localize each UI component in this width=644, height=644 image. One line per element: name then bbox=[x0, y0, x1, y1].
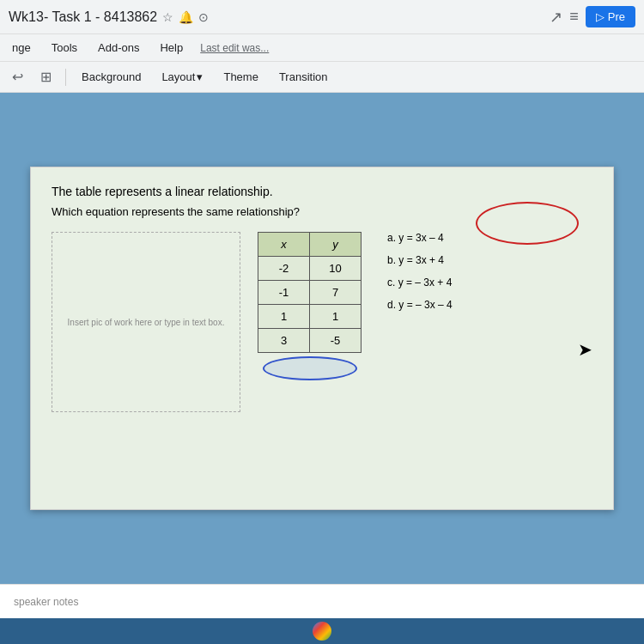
cell-x-1: -2 bbox=[258, 257, 310, 281]
answers-area: a. y = 3x – 4 b. y = 3x + 4 c. y = – 3x … bbox=[387, 232, 453, 311]
notes-icon[interactable]: ≡ bbox=[569, 8, 579, 26]
data-table: x y -2 10 -1 7 bbox=[258, 232, 361, 353]
answer-a: a. y = 3x – 4 bbox=[387, 232, 453, 244]
toolbar-divider bbox=[65, 69, 66, 86]
layout-button[interactable]: Layout ▾ bbox=[156, 68, 208, 86]
answer-c: c. y = – 3x + 4 bbox=[387, 276, 453, 289]
cell-y-3: 1 bbox=[310, 305, 361, 329]
menu-item-help[interactable]: Help bbox=[156, 39, 186, 56]
main-area: The table represents a linear relationsh… bbox=[0, 93, 644, 584]
present-button[interactable]: ▷ Pre bbox=[586, 6, 635, 27]
red-oval-annotation bbox=[476, 202, 579, 245]
answer-b: b. y = 3x + 4 bbox=[387, 254, 453, 266]
menu-item-addons[interactable]: Add-ons bbox=[94, 39, 143, 56]
last-edit-link[interactable]: Last edit was... bbox=[200, 42, 269, 54]
present-icon: ▷ bbox=[596, 10, 605, 23]
table-row: -1 7 bbox=[258, 281, 361, 305]
background-button[interactable]: Background bbox=[76, 68, 146, 86]
answer-d: d. y = – 3x – 4 bbox=[387, 299, 453, 311]
chrome-icon[interactable] bbox=[313, 622, 331, 641]
transition-button[interactable]: Transition bbox=[274, 68, 333, 86]
top-bar: Wk13- Task 1 - 8413862 ☆ 🔔 ⊙ ↗ ≡ ▷ Pre bbox=[0, 0, 644, 34]
bell-icon[interactable]: 🔔 bbox=[179, 10, 193, 24]
menu-item-tools[interactable]: Tools bbox=[48, 39, 81, 56]
work-area[interactable]: Insert pic of work here or type in text … bbox=[52, 232, 240, 412]
work-area-placeholder: Insert pic of work here or type in text … bbox=[68, 318, 225, 327]
cell-x-4: 3 bbox=[258, 329, 310, 353]
col-header-y: y bbox=[310, 233, 361, 257]
table-row: 3 -5 bbox=[258, 329, 361, 353]
col-header-x: x bbox=[258, 233, 310, 257]
cursor-arrow: ➤ bbox=[578, 339, 592, 360]
title-icons: ☆ 🔔 ⊙ bbox=[162, 10, 209, 24]
table-area: x y -2 10 -1 7 bbox=[258, 232, 361, 380]
table-row: -2 10 bbox=[258, 257, 361, 281]
slide-inner: Insert pic of work here or type in text … bbox=[52, 232, 592, 412]
cell-y-4: -5 bbox=[310, 329, 361, 353]
document-title: Wk13- Task 1 - 8413862 bbox=[9, 9, 157, 25]
cell-x-3: 1 bbox=[258, 305, 310, 329]
undo-button[interactable]: ↩ bbox=[9, 67, 27, 87]
taskbar bbox=[0, 618, 644, 644]
add-slide-button[interactable]: ⊞ bbox=[37, 67, 55, 87]
trend-icon[interactable]: ↗ bbox=[550, 8, 562, 27]
blue-oval-wrapper bbox=[263, 356, 357, 380]
slide: The table represents a linear relationsh… bbox=[30, 167, 614, 510]
speaker-notes-label: speaker notes bbox=[14, 596, 78, 608]
title-area: Wk13- Task 1 - 8413862 ☆ 🔔 ⊙ bbox=[9, 9, 543, 25]
theme-button[interactable]: Theme bbox=[218, 68, 263, 86]
cell-y-2: 7 bbox=[310, 281, 361, 305]
speaker-notes[interactable]: speaker notes bbox=[0, 584, 644, 618]
table-row: 1 1 bbox=[258, 305, 361, 329]
menu-bar: nge Tools Add-ons Help Last edit was... bbox=[0, 34, 644, 62]
menu-item-arrange[interactable]: nge bbox=[9, 39, 34, 56]
cell-x-2: -1 bbox=[258, 281, 310, 305]
toolbar: ↩ ⊞ Background Layout ▾ Theme Transition bbox=[0, 62, 644, 93]
blue-oval bbox=[263, 356, 357, 380]
cell-y-1: 10 bbox=[310, 257, 361, 281]
cloud-icon[interactable]: ⊙ bbox=[198, 10, 209, 24]
question-text-1: The table represents a linear relationsh… bbox=[52, 185, 592, 198]
star-icon[interactable]: ☆ bbox=[162, 10, 173, 24]
